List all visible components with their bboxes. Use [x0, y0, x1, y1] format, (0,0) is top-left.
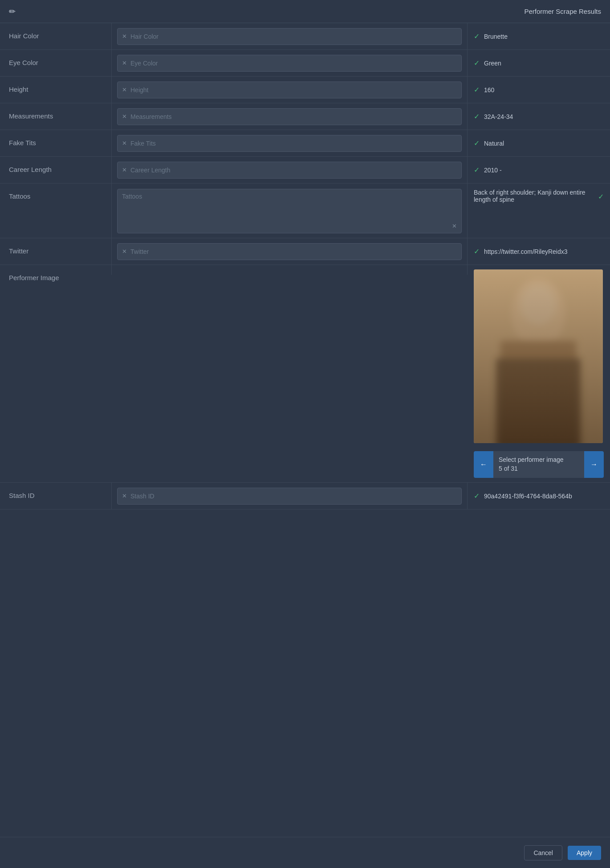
- field-row-career-length: Career Length ✕ Career Length ✓ 2010 -: [0, 157, 610, 183]
- input-wrapper-eye-color[interactable]: ✕ Eye Color: [117, 55, 462, 72]
- svg-rect-0: [474, 269, 603, 443]
- input-wrapper-height[interactable]: ✕ Height: [117, 82, 462, 98]
- input-placeholder-hair-color: Hair Color: [130, 33, 159, 40]
- check-icon-fake-tits: ✓: [474, 139, 480, 147]
- scraped-col-performer-image: ← Select performer image 5 of 31 →: [468, 265, 610, 482]
- field-row-eye-color: Eye Color ✕ Eye Color ✓ Green: [0, 50, 610, 77]
- check-icon-hair-color: ✓: [474, 32, 480, 41]
- prev-image-button[interactable]: ←: [474, 451, 493, 478]
- scraped-value-height: 160: [484, 86, 494, 94]
- label-tattoos: Tattoos: [0, 183, 111, 208]
- label-measurements: Measurements: [0, 103, 111, 130]
- input-wrapper-tattoos[interactable]: Tattoos ✕: [117, 189, 462, 233]
- clear-hair-color-icon[interactable]: ✕: [122, 33, 127, 40]
- label-career-length: Career Length: [0, 157, 111, 183]
- scraped-value-twitter: https://twitter.com/RileyReidx3: [484, 248, 568, 255]
- scraped-value-hair-color: Brunette: [484, 33, 508, 40]
- clear-twitter-icon[interactable]: ✕: [122, 248, 127, 255]
- check-icon-career-length: ✓: [474, 166, 480, 174]
- field-row-tattoos: Tattoos Tattoos ✕ Back of right shoulder…: [0, 183, 610, 238]
- input-col-measurements: ✕ Measurements: [111, 103, 468, 130]
- label-eye-color: Eye Color: [0, 50, 111, 76]
- label-height: Height: [0, 77, 111, 103]
- scraped-value-measurements: 32A-24-34: [484, 113, 513, 120]
- label-performer-image: Performer Image: [0, 265, 111, 289]
- input-placeholder-tattoos: Tattoos: [122, 193, 142, 200]
- scraped-col-hair-color: ✓ Brunette: [468, 23, 610, 49]
- label-hair-color: Hair Color: [0, 23, 111, 49]
- input-col-stash-id: ✕ Stash ID: [111, 483, 468, 509]
- input-wrapper-hair-color[interactable]: ✕ Hair Color: [117, 28, 462, 45]
- field-row-stash-id: Stash ID ✕ Stash ID ✓ 90a42491-f3f6-4764…: [0, 483, 610, 509]
- field-row-twitter: Twitter ✕ Twitter ✓ https://twitter.com/…: [0, 238, 610, 265]
- image-navigation: ← Select performer image 5 of 31 →: [474, 451, 604, 478]
- clear-career-length-icon[interactable]: ✕: [122, 167, 127, 173]
- input-col-height: ✕ Height: [111, 77, 468, 103]
- input-placeholder-career-length: Career Length: [130, 167, 171, 174]
- scraped-col-stash-id: ✓ 90a42491-f3f6-4764-8da8-564b: [468, 483, 610, 509]
- header: ✏ Performer Scrape Results: [0, 0, 610, 23]
- input-col-career-length: ✕ Career Length: [111, 157, 468, 183]
- field-row-performer-image: Performer Image: [0, 265, 610, 483]
- scraped-value-tattoos: Back of right shoulder; Kanji down entir…: [474, 189, 594, 203]
- check-icon-tattoos: ✓: [598, 192, 604, 201]
- input-placeholder-measurements: Measurements: [130, 113, 172, 120]
- cancel-button[interactable]: Cancel: [524, 845, 562, 860]
- svg-point-3: [521, 285, 556, 325]
- input-col-tattoos: Tattoos ✕: [111, 183, 468, 238]
- clear-eye-color-icon[interactable]: ✕: [122, 60, 127, 66]
- apply-button[interactable]: Apply: [568, 846, 601, 860]
- input-col-eye-color: ✕ Eye Color: [111, 50, 468, 76]
- scraped-value-stash-id: 90a42491-f3f6-4764-8da8-564b: [484, 493, 572, 500]
- input-col-twitter: ✕ Twitter: [111, 238, 468, 265]
- field-row-hair-color: Hair Color ✕ Hair Color ✓ Brunette: [0, 23, 610, 50]
- next-image-button[interactable]: →: [584, 451, 604, 478]
- check-icon-measurements: ✓: [474, 112, 480, 121]
- input-placeholder-twitter: Twitter: [130, 248, 149, 255]
- input-wrapper-twitter[interactable]: ✕ Twitter: [117, 243, 462, 260]
- field-row-measurements: Measurements ✕ Measurements ✓ 32A-24-34: [0, 103, 610, 130]
- svg-point-1: [512, 278, 565, 350]
- scraped-value-career-length: 2010 -: [484, 167, 502, 174]
- input-wrapper-fake-tits[interactable]: ✕ Fake Tits: [117, 135, 462, 152]
- input-placeholder-stash-id: Stash ID: [130, 493, 155, 500]
- clear-stash-id-icon[interactable]: ✕: [122, 493, 127, 499]
- input-wrapper-stash-id[interactable]: ✕ Stash ID: [117, 488, 462, 505]
- scraped-col-fake-tits: ✓ Natural: [468, 130, 610, 156]
- check-icon-stash-id: ✓: [474, 492, 480, 500]
- svg-rect-4: [496, 359, 581, 443]
- clear-tattoos-icon[interactable]: ✕: [452, 223, 457, 229]
- input-wrapper-career-length[interactable]: ✕ Career Length: [117, 162, 462, 179]
- page-title: Performer Scrape Results: [524, 8, 601, 15]
- scraped-col-measurements: ✓ 32A-24-34: [468, 103, 610, 130]
- input-col-fake-tits: ✕ Fake Tits: [111, 130, 468, 156]
- scraped-value-eye-color: Green: [484, 60, 501, 67]
- scraped-col-height: ✓ 160: [468, 77, 610, 103]
- input-placeholder-eye-color: Eye Color: [130, 60, 158, 67]
- pencil-icon: ✏: [9, 7, 16, 16]
- input-col-performer-image: [111, 265, 468, 275]
- clear-fake-tits-icon[interactable]: ✕: [122, 140, 127, 147]
- scraped-col-career-length: ✓ 2010 -: [468, 157, 610, 183]
- check-icon-height: ✓: [474, 86, 480, 94]
- scraped-value-fake-tits: Natural: [484, 140, 504, 147]
- performer-image-blur: [474, 269, 603, 443]
- input-col-hair-color: ✕ Hair Color: [111, 23, 468, 49]
- label-stash-id: Stash ID: [0, 483, 111, 509]
- scraped-col-twitter: ✓ https://twitter.com/RileyReidx3: [468, 238, 610, 265]
- image-nav-label: Select performer image 5 of 31: [493, 451, 584, 478]
- footer: Cancel Apply: [0, 837, 610, 868]
- performer-image: [474, 269, 603, 443]
- check-icon-eye-color: ✓: [474, 59, 480, 67]
- svg-rect-2: [500, 341, 576, 443]
- input-wrapper-measurements[interactable]: ✕ Measurements: [117, 108, 462, 125]
- scraped-col-tattoos: Back of right shoulder; Kanji down entir…: [468, 183, 610, 208]
- label-fake-tits: Fake Tits: [0, 130, 111, 156]
- input-placeholder-height: Height: [130, 86, 148, 94]
- clear-height-icon[interactable]: ✕: [122, 86, 127, 93]
- main-content: Hair Color ✕ Hair Color ✓ Brunette Eye C…: [0, 23, 610, 509]
- input-placeholder-fake-tits: Fake Tits: [130, 140, 156, 147]
- check-icon-twitter: ✓: [474, 247, 480, 256]
- label-twitter: Twitter: [0, 238, 111, 265]
- clear-measurements-icon[interactable]: ✕: [122, 113, 127, 120]
